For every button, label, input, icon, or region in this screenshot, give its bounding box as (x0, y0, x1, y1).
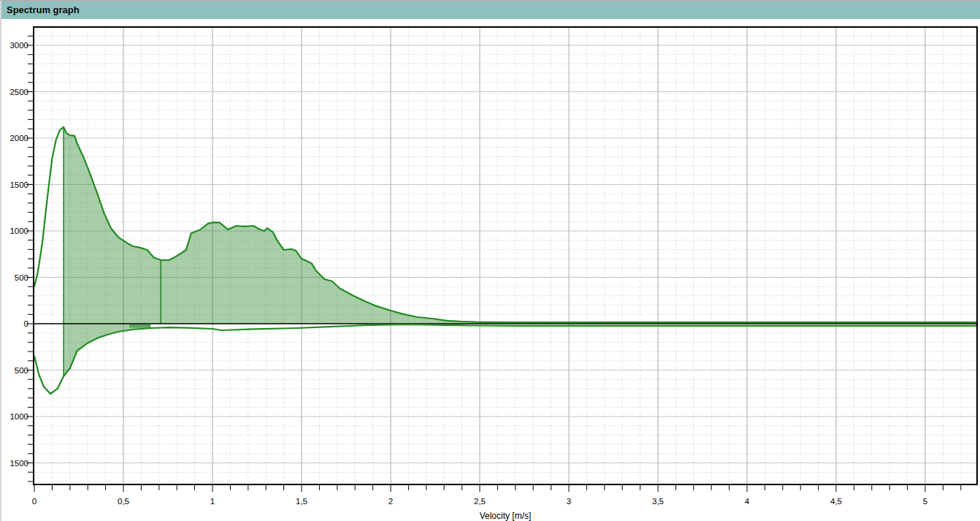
x-tick-label: 4 (745, 497, 750, 506)
y-tick-label: 1000 (9, 412, 28, 421)
spectrum-chart[interactable]: 00,511,522,533,544,553000250020001500100… (1, 20, 980, 521)
x-tick-label: 3 (567, 497, 571, 506)
y-tick-label: 2500 (9, 88, 28, 96)
x-tick-label: 2,5 (474, 497, 486, 506)
x-tick-label: 0,5 (118, 497, 129, 506)
y-tick-label: 500 (15, 273, 28, 282)
spectrum-graph-window: Spectrum graph 00,511,522,533,544,553000… (0, 0, 980, 521)
x-tick-label: 3,5 (652, 497, 664, 506)
x-tick-label: 4,5 (830, 497, 842, 506)
x-tick-labels: 00,511,522,533,544,55 (32, 497, 927, 506)
x-tick-label: 2 (388, 497, 393, 506)
x-tick-label: 1,5 (296, 497, 307, 506)
y-tick-label: 1000 (9, 227, 28, 235)
y-tick-label: 1500 (9, 459, 28, 468)
x-axis-title: Velocity [m/s] (480, 511, 532, 521)
y-tick-label: 2000 (9, 134, 28, 142)
plot-border (34, 27, 977, 484)
window-title: Spectrum graph (7, 4, 80, 15)
x-tick-label: 5 (923, 497, 927, 506)
y-tick-label: 1500 (9, 180, 28, 189)
x-tick-label: 1 (210, 497, 215, 506)
y-tick-label: 0 (24, 319, 28, 328)
y-tick-labels: 30002500200015001000500050010001500 (9, 41, 28, 468)
area-fill (64, 127, 977, 376)
x-tick-label: 0 (32, 497, 37, 506)
y-tick-label: 500 (15, 366, 28, 375)
spectrum-lower-curve (34, 324, 977, 394)
chart-area: 00,511,522,533,544,553000250020001500100… (1, 20, 980, 521)
y-tick-label: 3000 (9, 41, 28, 50)
window-title-bar[interactable]: Spectrum graph (1, 1, 980, 19)
selection-handle[interactable] (129, 324, 150, 328)
